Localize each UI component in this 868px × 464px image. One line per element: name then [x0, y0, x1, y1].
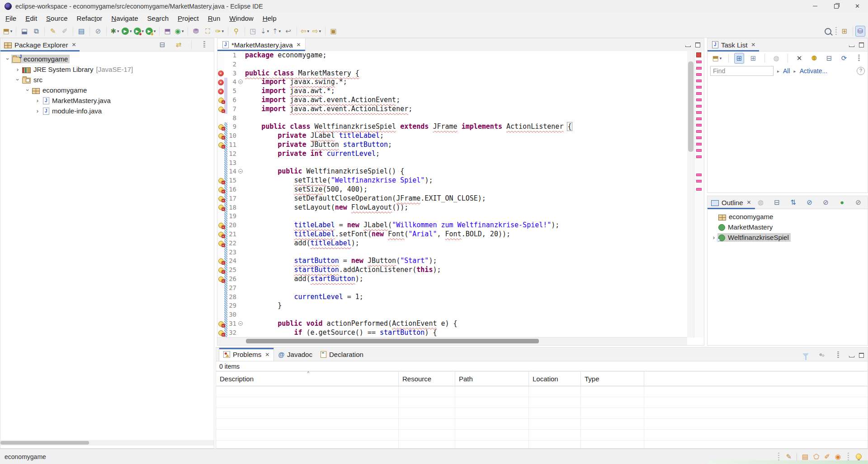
window-restore-button[interactable]	[826, 0, 847, 12]
editor-hscrollbar[interactable]	[217, 337, 687, 345]
minimize-view-button[interactable]	[849, 353, 854, 357]
problem-overview-marker[interactable]	[696, 130, 702, 133]
tree-item-economygame[interactable]: ›economygame	[0, 85, 214, 95]
column-header-resource[interactable]: Resource	[399, 371, 455, 386]
problem-overview-marker[interactable]	[696, 111, 702, 114]
problem-overview-marker[interactable]	[696, 105, 702, 108]
help-icon[interactable]: ?	[857, 67, 865, 75]
problem-overview-marker[interactable]	[696, 149, 702, 152]
scrollbar-thumb[interactable]	[0, 441, 89, 445]
problem-overview-marker[interactable]	[696, 136, 702, 139]
tips-lightbulb-icon[interactable]	[856, 454, 862, 459]
filter-button[interactable]	[800, 350, 811, 361]
problem-overview-marker[interactable]	[696, 188, 702, 191]
window-close-button[interactable]: ✕	[847, 0, 868, 12]
problem-overview-marker[interactable]	[696, 73, 702, 76]
close-icon[interactable]: ✕	[297, 42, 301, 48]
view-menu-button[interactable]	[198, 39, 210, 50]
error-overview-icon[interactable]	[696, 52, 701, 57]
scrollbar-thumb[interactable]	[688, 61, 693, 152]
collapse-arrow-icon[interactable]: ›	[24, 87, 31, 94]
problems-focus-button[interactable]	[816, 350, 828, 361]
categorized-view-button[interactable]: ⊞	[734, 53, 744, 64]
tree-item-module-info-java[interactable]: ›module-info.java	[0, 106, 214, 116]
annotate-button[interactable]: ✎	[47, 26, 59, 37]
tab-problems[interactable]: Problems✕	[219, 347, 274, 361]
menu-source[interactable]: Source	[42, 12, 72, 25]
expand-arrow-icon[interactable]: ›	[14, 66, 21, 73]
close-icon[interactable]: ✕	[751, 42, 755, 48]
tree-item-src[interactable]: ›src	[0, 75, 214, 85]
new-wizard-button[interactable]: ⬒▾	[2, 26, 14, 37]
problem-overview-marker[interactable]	[696, 86, 702, 89]
problem-overview-marker[interactable]	[696, 80, 702, 82]
maximize-view-button[interactable]	[695, 42, 700, 47]
problems-view-menu-button[interactable]	[832, 350, 844, 361]
expand-arrow-icon[interactable]: ›	[34, 97, 41, 104]
new-task-button[interactable]: ⬒▾	[711, 53, 723, 64]
annotate-alt-button[interactable]: ✐	[59, 26, 71, 37]
close-icon[interactable]: ✕	[265, 352, 269, 358]
collapse-all-outline-button[interactable]: ⊟	[771, 197, 783, 208]
smart-insert-icon[interactable]: ✎	[786, 453, 792, 461]
column-header-description[interactable]: Description^	[216, 371, 399, 386]
new-class-button[interactable]: ◉▾	[174, 26, 185, 37]
activate-link[interactable]: Activate...	[800, 67, 827, 75]
tree-item-economygame[interactable]: economygame	[708, 211, 868, 222]
problem-overview-marker[interactable]	[696, 173, 702, 176]
problem-overview-marker[interactable]	[696, 92, 702, 95]
open-task-button[interactable]: ▣	[328, 26, 340, 37]
hide-local-types-button[interactable]: ⊘	[853, 197, 864, 208]
expand-arrow-icon[interactable]: ›	[710, 234, 717, 241]
new-java-project-button[interactable]: ⬒	[162, 26, 174, 37]
open-type-button[interactable]: ⛃	[190, 26, 202, 37]
problem-overview-marker[interactable]	[696, 98, 702, 101]
search-flashlight-button[interactable]: ⚲	[231, 26, 242, 37]
menu-window[interactable]: Window	[225, 12, 258, 25]
menu-project[interactable]: Project	[173, 12, 203, 25]
my-tasks-button[interactable]: ⚉	[808, 53, 820, 64]
problem-overview-marker[interactable]	[696, 124, 702, 127]
forward-button[interactable]: ⇨▾	[311, 26, 323, 37]
editor-vscrollbar[interactable]	[687, 51, 694, 337]
back-button[interactable]: ⇦▾	[299, 26, 311, 37]
coverage-button[interactable]: ▶▾	[133, 26, 145, 37]
expand-arrow-icon[interactable]: ›	[34, 108, 41, 114]
fold-collapse-icon[interactable]: −	[238, 80, 243, 84]
tab-declaration[interactable]: Declaration	[316, 348, 368, 361]
tab-javadoc[interactable]: @Javadoc	[274, 348, 316, 361]
scheduled-view-button[interactable]: ⊞	[747, 53, 759, 64]
problem-overview-marker[interactable]	[696, 155, 702, 158]
package-explorer-hscrollbar[interactable]	[0, 440, 214, 445]
hide-fields-button[interactable]: ⊘	[804, 197, 816, 208]
problem-overview-marker[interactable]	[696, 143, 702, 145]
problem-overview-marker[interactable]	[696, 67, 702, 70]
column-header-path[interactable]: Path	[455, 371, 529, 386]
problem-overview-marker[interactable]	[696, 61, 702, 63]
prev-annotation-button[interactable]: ⇡▾	[271, 26, 283, 37]
menu-navigate[interactable]: Navigate	[107, 12, 142, 25]
scrollbar-thumb[interactable]	[246, 339, 539, 343]
edit-tips-icon[interactable]: ✐	[824, 453, 830, 461]
learn-icon[interactable]: ⬠	[813, 453, 819, 461]
problem-overview-marker[interactable]	[696, 180, 702, 183]
open-console-button[interactable]: ▤	[75, 26, 87, 37]
synchronize-button[interactable]: ⟳	[838, 53, 850, 64]
debug-button[interactable]: ✱▾	[109, 26, 121, 37]
collapse-all-tasks-button[interactable]: ⊟	[823, 53, 835, 64]
skip-breakpoints-button[interactable]: ⊘	[92, 26, 104, 37]
tab-outline[interactable]: Outline ✕	[708, 196, 755, 209]
run-button[interactable]: ▶▾	[121, 26, 133, 37]
collapse-arrow-icon[interactable]: ›	[5, 56, 11, 63]
maximize-view-button[interactable]	[859, 353, 864, 357]
menu-refactor[interactable]: Refactor	[72, 12, 107, 25]
menu-file[interactable]: File	[1, 12, 21, 25]
hide-non-public-button[interactable]: ●	[836, 197, 848, 208]
minimize-view-button[interactable]	[685, 42, 690, 47]
close-icon[interactable]: ✕	[71, 42, 76, 48]
menu-help[interactable]: Help	[258, 12, 281, 25]
tree-item-marketmastery-java[interactable]: ›MarketMastery.java	[0, 95, 214, 106]
open-perspective-button[interactable]: ⊞	[839, 26, 850, 37]
tab-marketmastery-java[interactable]: *MarketMastery.java ✕	[217, 38, 306, 51]
java-perspective-button[interactable]: ⛁	[855, 26, 865, 37]
